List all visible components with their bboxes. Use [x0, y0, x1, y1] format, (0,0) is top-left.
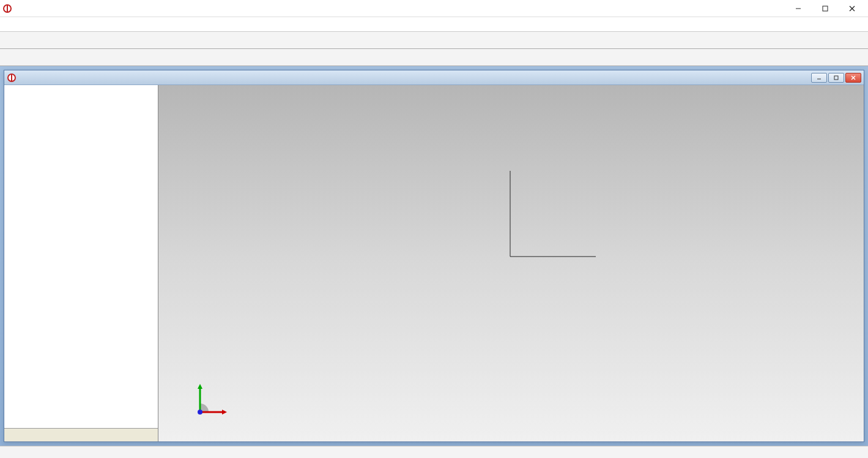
mdi-body: [4, 85, 864, 441]
svg-point-16: [198, 410, 202, 415]
mdi-area: [0, 66, 868, 446]
svg-marker-15: [222, 410, 227, 415]
mdi-maximize-button[interactable]: [828, 73, 844, 83]
viewport-3d[interactable]: [158, 85, 864, 441]
mdi-minimize-button[interactable]: [811, 73, 827, 83]
left-pane: [4, 85, 158, 441]
svg-rect-7: [834, 76, 838, 80]
left-tabs: [4, 428, 158, 441]
scene-axes: [504, 165, 596, 257]
titlebar: [0, 0, 868, 17]
svg-rect-2: [823, 6, 828, 11]
mdi-controls: [811, 73, 861, 83]
app-icon: [2, 4, 12, 13]
toolbar-row-1: [0, 32, 868, 49]
mdi-window: [4, 70, 864, 442]
minimize-button[interactable]: [785, 0, 812, 17]
mdi-titlebar[interactable]: [4, 70, 864, 85]
mdi-close-button[interactable]: [845, 73, 861, 83]
window-controls: [785, 0, 866, 17]
menubar: [0, 17, 868, 32]
tree-view[interactable]: [4, 85, 158, 428]
orientation-gizmo: [189, 380, 226, 417]
close-button[interactable]: [839, 0, 866, 17]
statusbar: [0, 446, 868, 458]
toolbar-row-2: [0, 49, 868, 66]
mdi-window-icon: [7, 73, 17, 83]
maximize-button[interactable]: [812, 0, 839, 17]
svg-marker-13: [198, 384, 202, 389]
